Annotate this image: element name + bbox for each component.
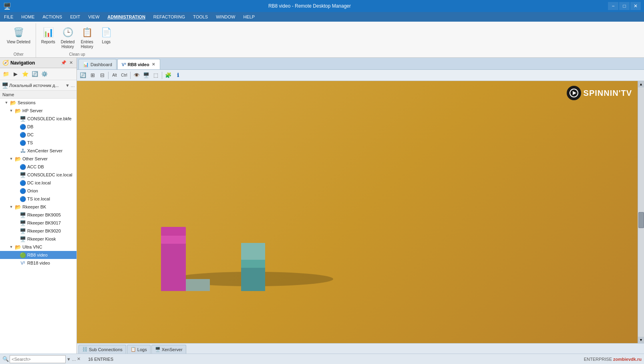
logs-tab-label: Logs xyxy=(137,347,147,352)
scroll-up-button[interactable]: ▲ xyxy=(638,81,644,87)
menu-administration[interactable]: ADMINISTRATION xyxy=(103,12,149,22)
ultra-vnc-toggle[interactable]: ▼ xyxy=(9,245,14,249)
hp-server-toggle[interactable]: ▼ xyxy=(9,109,14,113)
nav-play-button[interactable]: ▶ xyxy=(11,70,20,79)
rkeeper-bk-toggle[interactable]: ▼ xyxy=(9,205,14,209)
sessions-toggle[interactable]: ▼ xyxy=(4,101,9,105)
search-area: 🔍 ▼ … ✕ xyxy=(2,355,83,363)
search-dropdown-button[interactable]: ▼ xyxy=(66,357,71,362)
tree-consoledc-bkfe[interactable]: 🖥️ CONSOLEDC ice.bkfe xyxy=(0,115,76,123)
db-icon: 🔵 xyxy=(20,124,26,130)
tree-rb8-video[interactable]: 🟢 RB8 video xyxy=(0,251,76,259)
ultra-vnc-label: Ultra VNC xyxy=(22,245,42,249)
view-deleted-button[interactable]: 🗑️ View Deleted xyxy=(5,25,32,46)
tree-ts-ice-local[interactable]: 🔵 TS ice.local xyxy=(0,195,76,203)
sess-ctrl-button[interactable]: Ctrl xyxy=(120,71,129,80)
sess-refresh-button[interactable]: 🔄 xyxy=(78,71,87,80)
tab-dashboard[interactable]: 📊 Dashboard xyxy=(78,59,117,69)
sess-screen-button[interactable]: 🖥️ xyxy=(142,71,151,80)
sess-apps-button[interactable]: ⊟ xyxy=(98,71,107,80)
nav-star-button[interactable]: ⭐ xyxy=(21,70,30,79)
tree-hp-server[interactable]: ▼ 📂 HP Server xyxy=(0,107,76,115)
search-clear-button[interactable]: ✕ xyxy=(77,356,80,362)
tree-db[interactable]: 🔵 DB xyxy=(0,123,76,131)
dc-ice-local-icon: 🔵 xyxy=(20,180,26,186)
rb8-video-tab-close[interactable]: ✕ xyxy=(151,62,156,67)
name-column-header: Name xyxy=(0,91,76,99)
nav-header: 🧭 Navigation 📌 ✕ xyxy=(0,58,76,68)
tree-acc-db[interactable]: 🔵 ACC DB xyxy=(0,163,76,171)
nav-settings-button[interactable]: ⚙️ xyxy=(40,70,49,79)
ts-icon: 🔵 xyxy=(20,140,26,146)
enterprise-label: ENTERPRISE zombievdk.ru xyxy=(584,357,642,362)
menu-actions[interactable]: ACTIONS xyxy=(38,12,66,22)
entries-history-button[interactable]: 📋 EntriesHistory xyxy=(78,25,96,51)
tree-rkeeper-kiosk[interactable]: 🖥️ Rkeeper Kiosk xyxy=(0,235,76,243)
nav-close-button[interactable]: ✕ xyxy=(68,60,74,66)
sess-info-button[interactable]: ℹ xyxy=(173,71,182,80)
search-input[interactable] xyxy=(10,355,66,363)
nav-refresh-button[interactable]: 🔄 xyxy=(30,70,39,79)
sess-crop-button[interactable]: ⬚ xyxy=(151,71,160,80)
dashboard-tab-icon: 📊 xyxy=(83,62,89,67)
bottom-tab-sub-connections[interactable]: ⛓️ Sub Connections xyxy=(78,345,126,354)
search-more-button[interactable]: … xyxy=(72,357,76,362)
menu-edit[interactable]: EDIT xyxy=(66,12,84,22)
datasource-text: Локальный источник д... xyxy=(9,83,64,88)
tree-rkeeper-bk9005[interactable]: 🖥️ Rkeeper BK9005 xyxy=(0,211,76,219)
blocks-3d xyxy=(137,123,397,303)
rkeeper-bk9020-icon: 🖥️ xyxy=(20,228,26,234)
tab-rb8-video[interactable]: V² RB8 video ✕ xyxy=(117,59,160,69)
logs-button[interactable]: 📄 Logs xyxy=(97,25,115,46)
dc-icon: 🔵 xyxy=(20,132,26,138)
menu-help[interactable]: HELP xyxy=(239,12,259,22)
sess-eye-button[interactable]: 👁️ xyxy=(132,71,141,80)
logs-label: Logs xyxy=(102,40,111,44)
sess-grid-button[interactable]: ⊞ xyxy=(88,71,97,80)
session-view[interactable]: SPINNIN'TV xyxy=(77,81,644,343)
tree-xencenter[interactable]: 🖧 XenCenter Server xyxy=(0,147,76,155)
deleted-history-button[interactable]: 🕒 DeletedHistory xyxy=(59,25,76,51)
tree-other-server[interactable]: ▼ 📂 Other Server xyxy=(0,155,76,163)
minimize-button[interactable]: − xyxy=(608,2,618,10)
tree-ts[interactable]: 🔵 TS xyxy=(0,139,76,147)
tree-ultra-vnc[interactable]: ▼ 📂 Ultra VNC xyxy=(0,243,76,251)
sess-alt-button[interactable]: Alt xyxy=(110,71,119,80)
consoledc-bkfe-toggle xyxy=(14,117,18,121)
tree-rkeeper-bk9020[interactable]: 🖥️ Rkeeper BK9020 xyxy=(0,227,76,235)
tree-dc[interactable]: 🔵 DC xyxy=(0,131,76,139)
menu-tools[interactable]: TOOLS xyxy=(189,12,212,22)
datasource-dropdown-button[interactable]: ▼ xyxy=(65,83,70,88)
tree-rkeeper-bk9017[interactable]: 🖥️ Rkeeper BK9017 xyxy=(0,219,76,227)
scroll-thumb[interactable] xyxy=(638,212,644,228)
bottom-tab-logs[interactable]: 📋 Logs xyxy=(127,345,151,354)
svg-rect-13 xyxy=(161,235,186,244)
ribbon-buttons-cleanup: 📊 Reports 🕒 DeletedHistory 📋 EntriesHist… xyxy=(39,23,115,52)
menu-refactoring[interactable]: REFACTORING xyxy=(149,12,189,22)
report-icon: 📊 xyxy=(42,26,54,39)
menu-file[interactable]: FILE xyxy=(0,12,17,22)
tree-consoledc-local[interactable]: 🖥️ CONSOLEDC ice.local xyxy=(0,171,76,179)
datasource-more-button[interactable]: … xyxy=(70,83,75,88)
scroll-down-button[interactable]: ▼ xyxy=(638,337,644,343)
reports-button[interactable]: 📊 Reports xyxy=(39,25,57,46)
tree-dc-ice-local[interactable]: 🔵 DC ice.local xyxy=(0,179,76,187)
tree-rkeeper-bk[interactable]: ▼ 📂 Rkeeper BK xyxy=(0,203,76,211)
svg-marker-1 xyxy=(573,91,576,95)
restore-button[interactable]: □ xyxy=(619,2,630,10)
nav-pin-button[interactable]: 📌 xyxy=(60,60,67,66)
menu-window[interactable]: WINDOW xyxy=(212,12,239,22)
menu-view[interactable]: VIEW xyxy=(84,12,103,22)
tree-sessions-root[interactable]: ▼ 📂 Sessions xyxy=(0,99,76,107)
nav-folder-button[interactable]: 📁 xyxy=(2,70,10,79)
tree-rb18-video[interactable]: V² RB18 video xyxy=(0,259,76,267)
other-server-toggle[interactable]: ▼ xyxy=(9,157,14,161)
bottom-tab-xenserver[interactable]: 🖥️ XenServer xyxy=(151,345,186,354)
sess-puzzle-button[interactable]: 🧩 xyxy=(164,71,173,80)
tree-orion[interactable]: 🔵 Orion xyxy=(0,187,76,195)
close-button[interactable]: ✕ xyxy=(630,2,641,10)
menu-home[interactable]: HOME xyxy=(17,12,38,22)
spinnin-tv-logo: SPINNIN'TV xyxy=(567,86,632,100)
datasource-icon: 🖥️ xyxy=(2,82,8,89)
consoledc-local-label: CONSOLEDC ice.local xyxy=(27,172,72,177)
